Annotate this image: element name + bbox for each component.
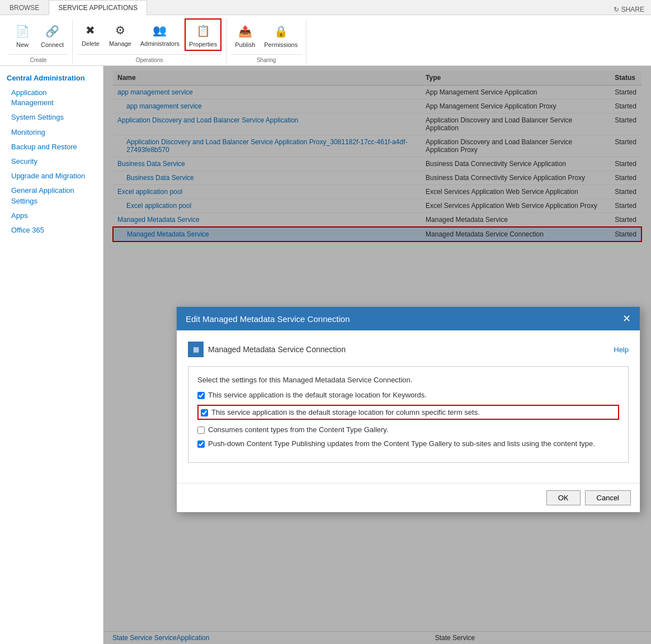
ok-button[interactable]: OK <box>546 490 581 505</box>
ribbon-tabs: BROWSE SERVICE APPLICATIONS ↻ SHARE <box>0 0 651 15</box>
manage-button[interactable]: ⚙ Manage <box>105 18 135 51</box>
sidebar-item-backup-restore[interactable]: Backup and Restore <box>0 140 103 154</box>
sidebar-item-system-settings[interactable]: System Settings <box>0 110 103 125</box>
sidebar-item-application-management[interactable]: ApplicationManagement <box>0 86 103 110</box>
tab-service-applications[interactable]: SERVICE APPLICATIONS <box>49 0 147 15</box>
modal-dialog: Edit Managed Metadata Service Connection… <box>176 306 640 513</box>
modal-subtitle-text: Managed Metadata Service Connection <box>208 345 346 354</box>
sharing-label: Sharing <box>231 54 301 63</box>
sidebar-item-office365[interactable]: Office 365 <box>0 223 103 238</box>
modal-settings-title: Select the settings for this Managed Met… <box>197 376 619 384</box>
delete-button[interactable]: ✖ Delete <box>77 18 104 51</box>
connect-button[interactable]: 🔗 Connect <box>37 20 68 51</box>
modal-body: ▦ Managed Metadata Service Connection He… <box>177 330 640 483</box>
modal-help-link[interactable]: Help <box>614 345 629 354</box>
new-icon: 📄 <box>13 22 31 40</box>
modal-close-button[interactable]: ✕ <box>622 312 631 325</box>
connect-icon: 🔗 <box>43 22 61 40</box>
permissions-button[interactable]: 🔒 Permissions <box>260 20 301 51</box>
properties-icon: 📋 <box>194 22 212 40</box>
modal-footer: OK Cancel <box>177 483 640 512</box>
administrators-button[interactable]: 👥 Administrators <box>136 18 183 51</box>
sidebar: Central Administration ApplicationManage… <box>0 66 103 644</box>
ribbon-content: 📄 New 🔗 Connect Create ✖ Delete ⚙ Manag <box>0 15 651 65</box>
modal-service-icon: ▦ <box>188 342 204 357</box>
modal-settings-box: Select the settings for this Managed Met… <box>188 366 629 463</box>
tab-browse[interactable]: BROWSE <box>0 0 49 15</box>
modal-subtitle: ▦ Managed Metadata Service Connection He… <box>188 342 629 357</box>
checkbox-content-types[interactable] <box>197 427 205 434</box>
main-layout: Central Administration ApplicationManage… <box>0 66 651 644</box>
new-button[interactable]: 📄 New <box>9 20 36 51</box>
ribbon-group-create: 📄 New 🔗 Connect Create <box>4 20 73 63</box>
checkbox-content-types-label: Consumes content types from the Content … <box>208 425 389 434</box>
manage-icon: ⚙ <box>111 21 129 39</box>
checkbox-row-keywords: This service application is the default … <box>197 391 619 399</box>
checkbox-term-sets[interactable] <box>201 409 208 416</box>
ribbon-buttons-create: 📄 New 🔗 Connect <box>9 20 68 51</box>
properties-button[interactable]: 📋 Properties <box>185 18 221 51</box>
operations-label: Operations <box>77 54 221 63</box>
sidebar-item-general-application[interactable]: General Application Settings <box>0 183 103 208</box>
content-area: Name Type Status app management service … <box>103 66 651 644</box>
administrators-icon: 👥 <box>151 21 169 39</box>
checkbox-keywords[interactable] <box>197 392 205 399</box>
ribbon-buttons-operations: ✖ Delete ⚙ Manage 👥 Administrators 📋 Pro… <box>77 18 221 51</box>
modal-title: Edit Managed Metadata Service Connection <box>186 314 350 324</box>
sidebar-item-apps[interactable]: Apps <box>0 209 103 223</box>
publish-icon: 📤 <box>236 22 254 40</box>
publish-button[interactable]: 📤 Publish <box>231 20 259 51</box>
create-label: Create <box>9 54 68 63</box>
sidebar-item-security[interactable]: Security <box>0 154 103 169</box>
permissions-icon: 🔒 <box>272 22 290 40</box>
sidebar-item-monitoring[interactable]: Monitoring <box>0 125 103 140</box>
checkbox-term-sets-label: This service application is the default … <box>211 408 480 416</box>
delete-icon: ✖ <box>82 21 100 39</box>
ribbon: BROWSE SERVICE APPLICATIONS ↻ SHARE 📄 Ne… <box>0 0 651 66</box>
ribbon-group-operations: ✖ Delete ⚙ Manage 👥 Administrators 📋 Pro… <box>73 18 227 63</box>
share-button[interactable]: ↻ SHARE <box>607 3 651 16</box>
cancel-button[interactable]: Cancel <box>585 490 631 505</box>
ribbon-buttons-sharing: 📤 Publish 🔒 Permissions <box>231 20 301 51</box>
checkbox-row-push-down: Push-down Content Type Publishing update… <box>197 439 619 448</box>
sidebar-header: Central Administration <box>0 70 103 86</box>
checkbox-row-term-sets: This service application is the default … <box>197 405 619 420</box>
ribbon-group-sharing: 📤 Publish 🔒 Permissions Sharing <box>227 20 306 63</box>
checkbox-push-down[interactable] <box>197 441 205 448</box>
checkbox-row-content-types: Consumes content types from the Content … <box>197 425 619 434</box>
modal-header: Edit Managed Metadata Service Connection… <box>177 307 640 330</box>
checkbox-keywords-label: This service application is the default … <box>208 391 427 399</box>
checkbox-push-down-label: Push-down Content Type Publishing update… <box>208 439 595 448</box>
sidebar-item-upgrade-migration[interactable]: Upgrade and Migration <box>0 169 103 183</box>
